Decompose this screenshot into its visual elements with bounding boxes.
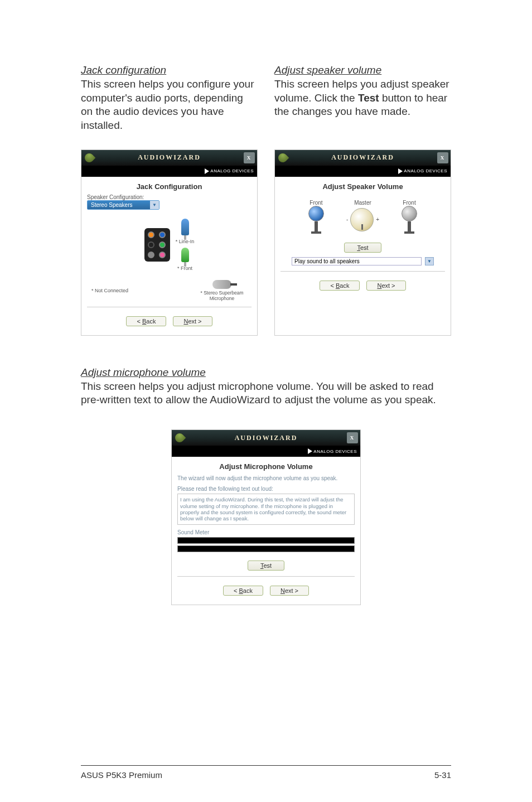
back-button[interactable]: < Back xyxy=(320,281,360,291)
plus-icon: + xyxy=(376,216,379,223)
read-aloud-label: Please read the following text out loud: xyxy=(177,486,355,492)
jack-port[interactable] xyxy=(159,252,166,258)
not-connected-label: * Not Connected xyxy=(91,288,128,293)
close-icon[interactable]: X xyxy=(244,152,255,163)
panel-heading: Adjust Speaker Volume xyxy=(280,180,445,194)
panel-heading: Jack Configuration xyxy=(87,180,252,194)
test-button[interactable]: Test xyxy=(344,243,381,253)
front-right-speaker-icon[interactable] xyxy=(402,206,417,234)
minus-icon: - xyxy=(346,216,348,223)
mic-volume-wizard: AUDIOWIZARD X ANALOG DEVICES Adjust Micr… xyxy=(171,429,361,605)
play-sound-dropdown[interactable] xyxy=(292,257,422,265)
chevron-down-icon[interactable]: ▼ xyxy=(150,201,159,209)
chevron-down-icon[interactable]: ▼ xyxy=(425,257,434,265)
speaker-volume-wizard: AUDIOWIZARD X ANALOG DEVICES Adjust Spea… xyxy=(274,149,451,336)
jack-port[interactable] xyxy=(159,241,166,248)
jack-config-wizard: AUDIOWIZARD X ANALOG DEVICES Jack Config… xyxy=(81,149,258,336)
next-button[interactable]: Next > xyxy=(173,316,212,326)
jack-port[interactable] xyxy=(148,231,154,238)
jack-port[interactable] xyxy=(148,241,154,248)
close-icon[interactable]: X xyxy=(347,432,358,443)
logo-icon xyxy=(277,151,289,164)
master-volume-knob[interactable] xyxy=(350,208,374,231)
sound-meter-label: Sound Meter xyxy=(177,529,355,535)
logo-icon xyxy=(83,151,96,164)
wizard-title: AUDIOWIZARD xyxy=(138,153,201,162)
jack-cluster xyxy=(144,228,170,262)
adjust-mic-heading: Adjust microphone volume xyxy=(81,366,451,379)
jack-port[interactable] xyxy=(159,231,166,238)
back-button[interactable]: < Back xyxy=(126,316,166,326)
mic-label: * Stereo Superbeam Microphone xyxy=(197,290,247,301)
next-button[interactable]: Next > xyxy=(366,281,405,291)
jack-port[interactable] xyxy=(148,252,154,258)
close-icon[interactable]: X xyxy=(437,152,448,163)
front-left-speaker-icon[interactable] xyxy=(308,206,324,234)
jack-config-text: This screen helps you configure your com… xyxy=(81,78,258,133)
brand-row: ANALOG DEVICES xyxy=(172,446,360,457)
logo-icon xyxy=(173,432,186,445)
read-aloud-text: I am using the AudioWizard. During this … xyxy=(177,494,355,525)
speaker-config-label: Speaker Configuration: xyxy=(87,194,252,200)
line-in-plug-icon xyxy=(181,219,189,235)
adjust-speaker-heading: Adjust speaker volume xyxy=(274,64,451,76)
brand-row: ANALOG DEVICES xyxy=(275,166,451,177)
front-left-label: Front xyxy=(308,200,324,206)
adjust-speaker-text: This screen helps you adjust speaker vol… xyxy=(274,78,451,119)
jack-config-heading: Jack configuration xyxy=(81,64,258,76)
wizard-title: AUDIOWIZARD xyxy=(331,153,394,162)
wizard-title: AUDIOWIZARD xyxy=(235,434,298,442)
sound-meter xyxy=(177,537,355,554)
front-right-label: Front xyxy=(402,200,417,206)
mic-desc: The wizard will now adjust the microphon… xyxy=(177,474,355,486)
back-button[interactable]: < Back xyxy=(223,586,263,596)
brand-row: ANALOG DEVICES xyxy=(81,166,257,177)
test-button[interactable]: Test xyxy=(248,561,284,571)
footer-left: ASUS P5K3 Premium xyxy=(81,770,162,780)
speaker-config-dropdown[interactable]: Stereo Speakers ▼ xyxy=(87,200,159,210)
next-button[interactable]: Next > xyxy=(270,586,309,596)
footer-right: 5-31 xyxy=(434,770,451,780)
master-label: Master xyxy=(346,200,379,206)
adjust-mic-text: This screen helps you adjust microphone … xyxy=(81,380,451,407)
microphone-icon xyxy=(212,280,231,289)
panel-heading: Adjust Microphone Volume xyxy=(177,460,355,474)
front-plug-icon xyxy=(181,248,189,262)
